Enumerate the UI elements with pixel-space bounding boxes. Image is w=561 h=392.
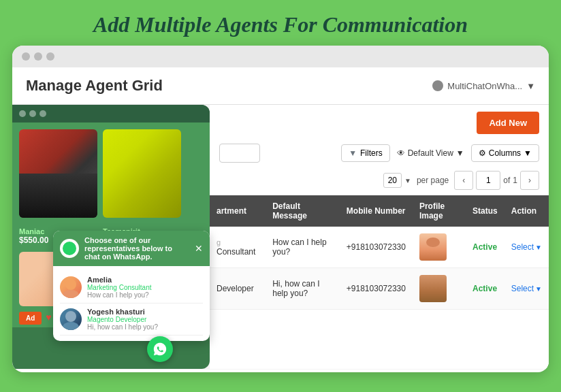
admin-username: MultiChatOnWha... [447, 81, 522, 91]
main-area: Maniac $550.00 Teamspirit $629.00 Ad ♥ [12, 105, 549, 369]
user-icon [432, 80, 443, 91]
col-profile: Profile Image [413, 195, 466, 227]
svg-point-2 [65, 311, 76, 322]
filter-funnel-icon: ▼ [349, 148, 357, 158]
svg-point-3 [63, 322, 79, 330]
col-action: Action [504, 195, 549, 227]
cell-mobile-2: +918103072330 [340, 268, 413, 310]
cell-profile-1 [413, 227, 466, 268]
cell-action-1[interactable]: Select ▼ [504, 227, 549, 268]
agent-2-name: Yogesh khasturi [87, 308, 158, 316]
search-box [219, 144, 260, 163]
columns-dropdown-icon: ▼ [524, 148, 532, 158]
agent-item-1[interactable]: Amelia Marketing Consultant How can I he… [60, 272, 203, 304]
select-button-1[interactable]: Select ▼ [511, 242, 542, 252]
cell-mobile-1: +918103072330 [340, 227, 413, 268]
whatsapp-logo-inner [63, 242, 76, 255]
next-page-button[interactable]: › [520, 171, 539, 190]
admin-title: Manage Agent Grid [26, 77, 163, 95]
filters-label: Filters [360, 148, 383, 158]
eye-icon: 👁 [397, 148, 405, 158]
page-title: Add Multiple Agents For Communication [0, 0, 561, 46]
widget-title: Choose one of our representatives below … [84, 236, 189, 261]
cell-department-1: g Consultant [210, 227, 266, 268]
select-caret-2: ▼ [535, 285, 542, 293]
wishlist-icon-1[interactable]: ♥ [46, 312, 51, 323]
overlay-dot-1 [19, 110, 26, 117]
prev-page-button[interactable]: ‹ [454, 171, 473, 190]
table-row: g Consultant How can I help you? +918103… [210, 227, 549, 268]
grid-toolbar: Add New [210, 105, 549, 141]
view-dropdown-icon: ▼ [456, 148, 464, 158]
browser-dot-1 [22, 52, 30, 61]
agent-1-name: Amelia [87, 276, 152, 284]
per-page-label: per page [417, 176, 449, 185]
admin-header: Manage Agent Grid MultiChatOnWha... ▼ [12, 67, 549, 105]
whatsapp-fab[interactable] [147, 336, 173, 362]
page-of-label: of [503, 176, 510, 185]
cell-message-2: Hi, how can I help you? [266, 268, 340, 310]
add-new-button[interactable]: Add New [477, 112, 539, 134]
total-pages: 1 [513, 176, 517, 185]
cell-status-2: Active [466, 268, 504, 310]
browser-dot-3 [46, 52, 54, 61]
status-badge-1: Active [472, 242, 497, 252]
agent-1-role: Marketing Consultant [87, 284, 152, 291]
cell-action-2[interactable]: Select ▼ [504, 268, 549, 310]
product-images [12, 122, 210, 225]
col-message: Default Message [266, 195, 340, 227]
profile-image-1 [419, 233, 447, 261]
col-department: artment [210, 195, 266, 227]
view-select[interactable]: 👁 Default View ▼ [397, 148, 464, 158]
agent-2-role: Magento Developer [87, 316, 158, 323]
per-page-value[interactable]: 20 [383, 173, 402, 188]
agent-2-info: Yogesh khasturi Magento Developer Hi, ho… [87, 308, 158, 331]
table-row: Developer Hi, how can I help you? +91810… [210, 268, 549, 310]
browser-bar [12, 46, 549, 67]
pagination-controls: ‹ of 1 › [454, 171, 539, 190]
add-to-cart-button-1[interactable]: Ad [19, 312, 42, 325]
select-caret-1: ▼ [535, 244, 542, 251]
widget-body: Amelia Marketing Consultant How can I he… [53, 266, 210, 341]
view-label: Default View [408, 148, 453, 158]
cell-message-1: How can I help you? [266, 227, 340, 268]
admin-user[interactable]: MultiChatOnWha... ▼ [432, 80, 535, 91]
per-page-select[interactable]: 20 ▼ [383, 173, 411, 188]
browser-content: Manage Agent Grid MultiChatOnWha... ▼ [12, 67, 549, 370]
agent-2-message: Hi, how can I help you? [87, 323, 158, 331]
user-dropdown-icon[interactable]: ▼ [526, 81, 535, 91]
table-body: g Consultant How can I help you? +918103… [210, 227, 549, 310]
select-button-2[interactable]: Select ▼ [511, 284, 542, 293]
agent-item-2[interactable]: Yogesh khasturi Magento Developer Hi, ho… [60, 304, 203, 336]
widget-close-button[interactable]: ✕ [195, 243, 203, 254]
grid-panel: Add New ▼ Filters 👁 Default View ▼ [210, 105, 549, 369]
whatsapp-logo [60, 239, 79, 258]
profile-image-2 [419, 275, 447, 302]
agent-1-message: How can I help you? [87, 291, 152, 299]
widget-header: Choose one of our representatives below … [53, 231, 210, 266]
filters-button[interactable]: ▼ Filters [341, 144, 390, 162]
pagination-row: 20 ▼ per page ‹ of 1 › [210, 168, 549, 195]
agent-avatar-1 [60, 276, 82, 298]
agent-avatar-2 [60, 308, 82, 330]
columns-button[interactable]: ⚙ Columns ▼ [471, 144, 539, 162]
product-image-2 [103, 129, 181, 218]
cell-status-1: Active [466, 227, 504, 268]
gear-icon: ⚙ [479, 148, 486, 158]
svg-point-1 [63, 290, 79, 298]
agent-table: artment Default Message Mobile Number Pr… [210, 195, 549, 310]
grid-filters: ▼ Filters 👁 Default View ▼ ⚙ Columns ▼ [210, 141, 549, 168]
product-image-1 [19, 129, 97, 218]
page-number-input[interactable] [476, 171, 500, 190]
agent-1-info: Amelia Marketing Consultant How can I he… [87, 276, 152, 299]
columns-label: Columns [489, 148, 521, 158]
table-header: artment Default Message Mobile Number Pr… [210, 195, 549, 227]
overlay-dot-3 [39, 110, 46, 117]
col-mobile: Mobile Number [340, 195, 413, 227]
overlay-bar [12, 105, 210, 122]
overlay-dot-2 [29, 110, 36, 117]
cell-department-2: Developer [210, 268, 266, 310]
browser-dot-2 [34, 52, 42, 61]
svg-point-0 [65, 279, 76, 290]
cell-profile-2 [413, 268, 466, 310]
